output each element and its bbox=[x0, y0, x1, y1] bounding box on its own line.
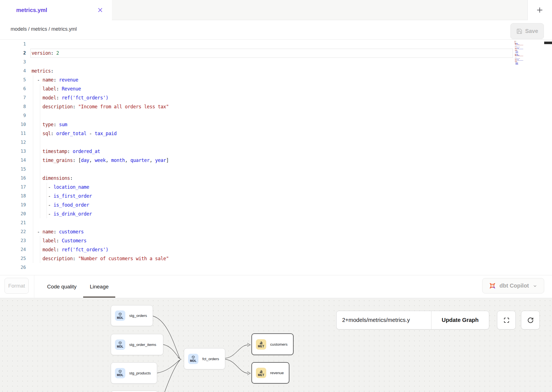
dbt-copilot-button[interactable]: dbt Copilot bbox=[482, 278, 544, 293]
code-line[interactable]: 5 - name: revenue bbox=[0, 75, 552, 84]
code-text: metrics: bbox=[26, 66, 54, 75]
lineage-node-revenue[interactable]: METrevenue bbox=[251, 362, 289, 384]
code-text: label: Customers bbox=[26, 236, 87, 245]
code-line[interactable]: 14 time_grains: [day, week, month, quart… bbox=[0, 156, 552, 165]
cube-icon bbox=[118, 341, 122, 345]
metric-badge: MET bbox=[256, 368, 266, 378]
lineage-node-partial_node[interactable]: MDL bbox=[111, 391, 158, 392]
code-text: time_grains: [day, week, month, quarter,… bbox=[26, 156, 169, 165]
lineage-node-customers[interactable]: METcustomers bbox=[251, 333, 294, 355]
line-number: 23 bbox=[0, 236, 26, 245]
update-graph-button[interactable]: Update Graph bbox=[431, 311, 489, 329]
code-text: type: sum bbox=[26, 120, 67, 129]
code-line[interactable]: 10 type: sum bbox=[0, 120, 552, 129]
bottom-toolbar: Format Code quality Lineage dbt Copilot bbox=[0, 275, 552, 298]
cube-icon bbox=[118, 312, 122, 316]
code-text: label: Revenue bbox=[26, 84, 81, 93]
lineage-node-stg_orders[interactable]: MDLstg_orders bbox=[111, 305, 153, 326]
code-line[interactable]: 4metrics: bbox=[0, 66, 552, 75]
node-label: stg_orders bbox=[129, 314, 147, 318]
line-number: 12 bbox=[0, 138, 26, 147]
cube-icon bbox=[118, 369, 122, 374]
lineage-node-fct_orders[interactable]: MDLfct_orders bbox=[184, 348, 225, 369]
lineage-node-stg_order_items[interactable]: MDLstg_order_items bbox=[111, 334, 163, 355]
lineage-edge bbox=[165, 360, 180, 392]
line-number: 22 bbox=[0, 227, 26, 236]
graph-filter-input[interactable] bbox=[337, 311, 431, 329]
node-label: revenue bbox=[270, 371, 284, 375]
code-line[interactable]: 20 - is_drink_order bbox=[0, 209, 552, 218]
badge-label: MDL bbox=[190, 359, 196, 362]
ide-window: metrics.yml models / metrics / metrics.y… bbox=[0, 0, 552, 392]
code-line[interactable]: 22 - name: customers bbox=[0, 227, 552, 236]
code-line[interactable]: 17 - location_name bbox=[0, 183, 552, 192]
bar-chart-icon bbox=[259, 341, 263, 345]
refresh-button[interactable] bbox=[521, 311, 540, 329]
lineage-canvas[interactable]: MDLstg_ordersMDLstg_order_itemsMDLstg_pr… bbox=[0, 298, 552, 392]
fullscreen-button[interactable] bbox=[497, 311, 516, 329]
code-text: model: ref('fct_orders') bbox=[26, 245, 108, 254]
code-line[interactable]: 19 - is_food_order bbox=[0, 200, 552, 209]
code-line[interactable]: 23 label: Customers bbox=[0, 236, 552, 245]
line-number: 9 bbox=[0, 111, 26, 120]
lineage-edge bbox=[225, 345, 248, 358]
save-icon bbox=[516, 28, 522, 34]
save-label: Save bbox=[525, 28, 538, 34]
line-number: 3 bbox=[0, 58, 26, 66]
path-bar: models / metrics / metrics.yml Save bbox=[0, 20, 552, 40]
code-line[interactable]: 9 bbox=[0, 111, 552, 120]
line-number: 18 bbox=[0, 192, 26, 200]
code-editor[interactable]: 12version: 234metrics:5 - name: revenue6… bbox=[0, 40, 552, 275]
line-number: 4 bbox=[0, 66, 26, 75]
tab-metrics-yml[interactable]: metrics.yml bbox=[0, 0, 112, 20]
line-number: 6 bbox=[0, 84, 26, 93]
code-line[interactable]: 18 - is_first_order bbox=[0, 192, 552, 200]
badge-label: MDL bbox=[117, 374, 123, 377]
code-line[interactable]: 16 dimensions: bbox=[0, 174, 552, 183]
badge-label: MET bbox=[258, 374, 264, 377]
code-lines: 12version: 234metrics:5 - name: revenue6… bbox=[0, 40, 552, 272]
lineage-edge bbox=[225, 359, 248, 373]
code-line[interactable]: 15 bbox=[0, 165, 552, 174]
tab-bar: metrics.yml bbox=[0, 0, 552, 20]
code-line[interactable]: 12 bbox=[0, 138, 552, 147]
code-line[interactable]: 24 model: ref('fct_orders') bbox=[0, 245, 552, 254]
code-line[interactable]: 6 label: Revenue bbox=[0, 84, 552, 93]
breadcrumb: models / metrics / metrics.yml bbox=[11, 26, 77, 32]
code-text: model: ref('fct_orders') bbox=[26, 93, 108, 102]
node-label: stg_order_items bbox=[129, 343, 156, 347]
tab-lineage[interactable]: Lineage bbox=[83, 275, 115, 298]
model-badge: MDL bbox=[115, 368, 125, 378]
tab-label: metrics.yml bbox=[16, 7, 47, 13]
close-icon[interactable] bbox=[97, 6, 104, 14]
code-text: - location_name bbox=[26, 183, 89, 192]
toolbar-divider bbox=[34, 275, 34, 298]
line-number: 25 bbox=[0, 254, 26, 263]
code-text: version: 2 bbox=[26, 49, 59, 58]
code-line[interactable]: 3 bbox=[0, 58, 552, 66]
code-text bbox=[26, 263, 32, 272]
model-badge: MDL bbox=[115, 310, 125, 321]
lineage-node-stg_products[interactable]: MDLstg_products bbox=[111, 362, 157, 384]
tab-code-quality[interactable]: Code quality bbox=[40, 275, 83, 298]
code-line[interactable]: 13 timestamp: ordered_at bbox=[0, 147, 552, 156]
code-text: - name: revenue bbox=[26, 75, 78, 84]
line-number: 14 bbox=[0, 156, 26, 165]
code-line[interactable]: 11 sql: order_total - tax_paid bbox=[0, 129, 552, 138]
code-line[interactable]: 7 model: ref('fct_orders') bbox=[0, 93, 552, 102]
line-number: 10 bbox=[0, 120, 26, 129]
code-line[interactable]: 21 bbox=[0, 218, 552, 227]
format-button[interactable]: Format bbox=[4, 278, 29, 294]
code-text: - is_first_order bbox=[26, 192, 92, 200]
code-line[interactable]: 2version: 2 bbox=[0, 49, 552, 58]
line-number: 16 bbox=[0, 174, 26, 183]
plus-icon[interactable] bbox=[536, 6, 544, 14]
code-line[interactable]: 1 bbox=[0, 40, 552, 49]
line-number: 11 bbox=[0, 129, 26, 138]
code-line[interactable]: 25 description: "Number of customers wit… bbox=[0, 254, 552, 263]
model-badge: MDL bbox=[188, 354, 198, 364]
code-line[interactable]: 26 bbox=[0, 263, 552, 272]
save-button[interactable]: Save bbox=[510, 23, 544, 39]
badge-label: MDL bbox=[117, 316, 123, 319]
code-line[interactable]: 8 description: "Income from all orders l… bbox=[0, 102, 552, 111]
